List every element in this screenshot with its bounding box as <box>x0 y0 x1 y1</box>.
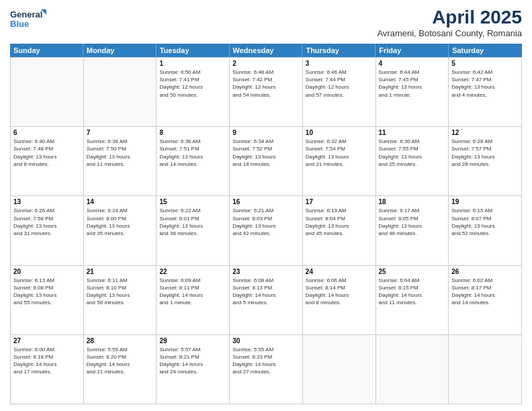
cell-info: Sunrise: 6:22 AM Sunset: 8:01 PM Dayligh… <box>159 207 226 237</box>
cell-info: Sunrise: 6:34 AM Sunset: 7:52 PM Dayligh… <box>232 138 300 168</box>
cell-info: Sunrise: 6:19 AM Sunset: 8:04 PM Dayligh… <box>306 207 373 237</box>
cal-cell: 3Sunrise: 6:46 AM Sunset: 7:44 PM Daylig… <box>303 58 376 127</box>
day-number: 6 <box>13 129 81 136</box>
cal-cell: 23Sunrise: 6:08 AM Sunset: 8:13 PM Dayli… <box>230 266 303 335</box>
cal-cell: 24Sunrise: 6:06 AM Sunset: 8:14 PM Dayli… <box>303 266 376 335</box>
day-number: 11 <box>379 129 446 136</box>
cal-cell: 19Sunrise: 6:15 AM Sunset: 8:07 PM Dayli… <box>449 196 522 265</box>
cal-cell <box>303 335 376 404</box>
svg-text:General: General <box>10 9 42 19</box>
cal-cell <box>449 335 522 404</box>
day-number: 4 <box>379 60 446 67</box>
day-number: 7 <box>87 129 154 136</box>
header-friday: Friday <box>375 44 449 57</box>
cell-info: Sunrise: 5:55 AM Sunset: 8:23 PM Dayligh… <box>232 346 300 376</box>
cell-info: Sunrise: 6:21 AM Sunset: 8:03 PM Dayligh… <box>232 207 300 237</box>
cal-cell: 30Sunrise: 5:55 AM Sunset: 8:23 PM Dayli… <box>230 335 303 404</box>
cell-info: Sunrise: 6:06 AM Sunset: 8:14 PM Dayligh… <box>306 277 373 307</box>
cal-cell: 8Sunrise: 6:36 AM Sunset: 7:51 PM Daylig… <box>157 127 230 196</box>
day-number: 2 <box>232 60 300 67</box>
cal-cell <box>376 335 449 404</box>
cell-info: Sunrise: 6:36 AM Sunset: 7:51 PM Dayligh… <box>159 138 226 168</box>
day-number: 30 <box>232 337 300 345</box>
day-number: 22 <box>159 268 226 275</box>
header-thursday: Thursday <box>302 44 375 57</box>
day-number: 19 <box>451 198 519 205</box>
cal-cell: 29Sunrise: 5:57 AM Sunset: 8:21 PM Dayli… <box>157 335 230 404</box>
day-number: 14 <box>87 198 154 205</box>
cell-info: Sunrise: 6:42 AM Sunset: 7:47 PM Dayligh… <box>451 68 519 99</box>
day-number: 12 <box>451 129 519 136</box>
day-number: 25 <box>379 268 446 275</box>
day-number: 5 <box>451 60 519 67</box>
cell-info: Sunrise: 6:28 AM Sunset: 7:57 PM Dayligh… <box>451 138 519 168</box>
cal-cell: 15Sunrise: 6:22 AM Sunset: 8:01 PM Dayli… <box>157 196 230 265</box>
cal-cell: 20Sunrise: 6:13 AM Sunset: 8:08 PM Dayli… <box>11 266 84 335</box>
cal-cell: 16Sunrise: 6:21 AM Sunset: 8:03 PM Dayli… <box>230 196 303 265</box>
header-wednesday: Wednesday <box>230 44 303 57</box>
cal-cell: 10Sunrise: 6:32 AM Sunset: 7:54 PM Dayli… <box>303 127 376 196</box>
cal-cell: 18Sunrise: 6:17 AM Sunset: 8:05 PM Dayli… <box>376 196 449 265</box>
cal-cell <box>11 58 84 127</box>
cell-info: Sunrise: 6:00 AM Sunset: 8:18 PM Dayligh… <box>13 346 81 376</box>
page: General Blue April 2025 Avrameni, Botosa… <box>0 0 532 411</box>
cal-cell: 25Sunrise: 6:04 AM Sunset: 8:15 PM Dayli… <box>376 266 449 335</box>
day-number: 20 <box>13 268 81 275</box>
cell-info: Sunrise: 6:24 AM Sunset: 8:00 PM Dayligh… <box>87 207 154 237</box>
cell-info: Sunrise: 6:38 AM Sunset: 7:50 PM Dayligh… <box>87 138 154 168</box>
day-number: 21 <box>87 268 154 275</box>
cell-info: Sunrise: 6:09 AM Sunset: 8:11 PM Dayligh… <box>159 277 226 307</box>
cal-cell: 14Sunrise: 6:24 AM Sunset: 8:00 PM Dayli… <box>84 196 157 265</box>
logo-svg: General Blue <box>10 7 47 34</box>
title-block: April 2025 Avrameni, Botosani County, Ro… <box>377 7 522 38</box>
cell-info: Sunrise: 5:57 AM Sunset: 8:21 PM Dayligh… <box>159 346 226 376</box>
cell-info: Sunrise: 6:08 AM Sunset: 8:13 PM Dayligh… <box>232 277 300 307</box>
cell-info: Sunrise: 6:26 AM Sunset: 7:58 PM Dayligh… <box>13 207 81 237</box>
cell-info: Sunrise: 6:11 AM Sunset: 8:10 PM Dayligh… <box>87 277 154 307</box>
cell-info: Sunrise: 6:04 AM Sunset: 8:15 PM Dayligh… <box>379 277 446 307</box>
day-number: 1 <box>159 60 226 67</box>
cell-info: Sunrise: 6:44 AM Sunset: 7:45 PM Dayligh… <box>379 68 446 99</box>
calendar-header: Sunday Monday Tuesday Wednesday Thursday… <box>10 44 522 57</box>
cal-cell: 17Sunrise: 6:19 AM Sunset: 8:04 PM Dayli… <box>303 196 376 265</box>
cell-info: Sunrise: 6:50 AM Sunset: 7:41 PM Dayligh… <box>159 68 226 99</box>
cal-cell: 7Sunrise: 6:38 AM Sunset: 7:50 PM Daylig… <box>84 127 157 196</box>
day-number: 29 <box>159 337 226 345</box>
header-saturday: Saturday <box>449 44 522 57</box>
cal-cell: 22Sunrise: 6:09 AM Sunset: 8:11 PM Dayli… <box>157 266 230 335</box>
cal-cell: 4Sunrise: 6:44 AM Sunset: 7:45 PM Daylig… <box>376 58 449 127</box>
location-title: Avrameni, Botosani County, Romania <box>377 28 522 38</box>
day-number: 23 <box>232 268 300 275</box>
calendar: Sunday Monday Tuesday Wednesday Thursday… <box>10 44 522 404</box>
cell-info: Sunrise: 6:46 AM Sunset: 7:44 PM Dayligh… <box>306 68 373 99</box>
logo: General Blue <box>10 7 47 34</box>
header-tuesday: Tuesday <box>157 44 230 57</box>
day-number: 27 <box>13 337 81 345</box>
cell-info: Sunrise: 6:48 AM Sunset: 7:42 PM Dayligh… <box>232 68 300 99</box>
cell-info: Sunrise: 6:15 AM Sunset: 8:07 PM Dayligh… <box>451 207 519 237</box>
cal-cell: 1Sunrise: 6:50 AM Sunset: 7:41 PM Daylig… <box>157 58 230 127</box>
cell-info: Sunrise: 6:17 AM Sunset: 8:05 PM Dayligh… <box>379 207 446 237</box>
cell-info: Sunrise: 6:13 AM Sunset: 8:08 PM Dayligh… <box>13 277 81 307</box>
calendar-body: 1Sunrise: 6:50 AM Sunset: 7:41 PM Daylig… <box>10 57 522 404</box>
cal-cell: 2Sunrise: 6:48 AM Sunset: 7:42 PM Daylig… <box>230 58 303 127</box>
day-number: 17 <box>306 198 373 205</box>
cal-cell: 11Sunrise: 6:30 AM Sunset: 7:55 PM Dayli… <box>376 127 449 196</box>
cal-cell: 26Sunrise: 6:02 AM Sunset: 8:17 PM Dayli… <box>449 266 522 335</box>
cell-info: Sunrise: 6:40 AM Sunset: 7:48 PM Dayligh… <box>13 138 81 168</box>
day-number: 24 <box>306 268 373 275</box>
cal-cell: 6Sunrise: 6:40 AM Sunset: 7:48 PM Daylig… <box>11 127 84 196</box>
day-number: 18 <box>379 198 446 205</box>
header-sunday: Sunday <box>10 44 83 57</box>
cell-info: Sunrise: 6:32 AM Sunset: 7:54 PM Dayligh… <box>306 138 373 168</box>
day-number: 26 <box>451 268 519 275</box>
day-number: 15 <box>159 198 226 205</box>
day-number: 10 <box>306 129 373 136</box>
cal-cell: 13Sunrise: 6:26 AM Sunset: 7:58 PM Dayli… <box>11 196 84 265</box>
svg-text:Blue: Blue <box>10 19 29 29</box>
cal-cell <box>84 58 157 127</box>
cal-cell: 5Sunrise: 6:42 AM Sunset: 7:47 PM Daylig… <box>449 58 522 127</box>
day-number: 28 <box>87 337 154 345</box>
cal-cell: 28Sunrise: 5:59 AM Sunset: 8:20 PM Dayli… <box>84 335 157 404</box>
day-number: 13 <box>13 198 81 205</box>
